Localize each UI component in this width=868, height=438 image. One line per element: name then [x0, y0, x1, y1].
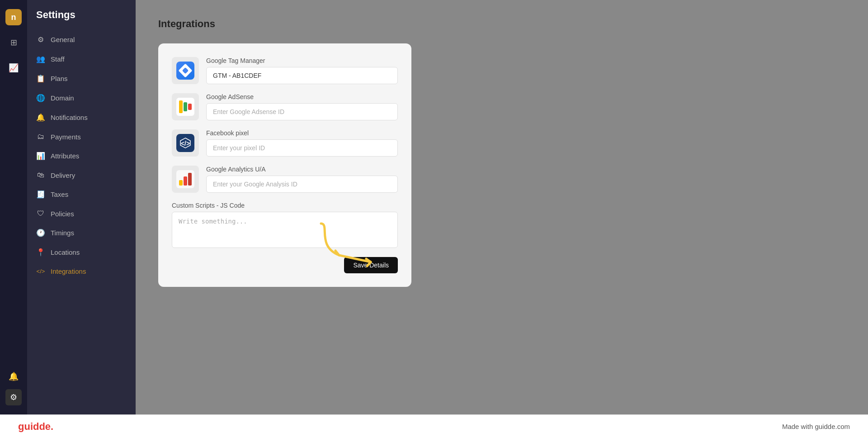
payments-icon: 🗂 — [36, 133, 45, 141]
adsense-row: Google AdSense — [172, 93, 398, 120]
ga-label: Google Analytics U/A — [206, 166, 398, 173]
sidebar-label-policies: Policies — [51, 210, 74, 218]
notifications-icon: 🔔 — [36, 113, 45, 122]
adsense-logo — [172, 93, 199, 120]
sidebar-label-locations: Locations — [51, 248, 80, 256]
sidebar-label-plans: Plans — [51, 75, 68, 82]
sidebar-label-taxes: Taxes — [51, 190, 68, 198]
locations-icon: 📍 — [36, 248, 45, 257]
policies-icon: 🛡 — [36, 209, 45, 218]
integrations-icon: </> — [36, 268, 45, 275]
delivery-icon: 🛍 — [36, 171, 45, 179]
fbpixel-input[interactable] — [206, 139, 398, 157]
gtm-row: Google Tag Manager — [172, 57, 398, 84]
gtm-input[interactable] — [206, 67, 398, 84]
attributes-icon: 📊 — [36, 152, 45, 160]
custom-scripts-section: Custom Scripts - JS Code — [172, 202, 398, 250]
sidebar-item-delivery[interactable]: 🛍 Delivery — [27, 166, 136, 185]
sidebar: Settings ⚙ General 👥 Staff 📋 Plans 🌐 Dom… — [27, 0, 136, 414]
ga-right: Google Analytics U/A — [206, 166, 398, 193]
taxes-icon: 🧾 — [36, 190, 45, 199]
footer-credit: Made with guidde.com — [782, 423, 850, 430]
icon-bar: n ⊞ 📈 🔔 ⚙ — [0, 0, 27, 414]
fbpixel-row: </> Facebook pixel — [172, 129, 398, 157]
gtm-right: Google Tag Manager — [206, 57, 398, 84]
sidebar-item-policies[interactable]: 🛡 Policies — [27, 204, 136, 223]
sidebar-label-delivery: Delivery — [51, 171, 75, 179]
svg-rect-2 — [179, 180, 183, 186]
general-icon: ⚙ — [36, 35, 45, 44]
sidebar-item-domain[interactable]: 🌐 Domain — [27, 88, 136, 108]
sidebar-item-attributes[interactable]: 📊 Attributes — [27, 146, 136, 166]
fbpixel-right: Facebook pixel — [206, 129, 398, 157]
app-logo: n — [5, 9, 22, 25]
sidebar-label-attributes: Attributes — [51, 152, 79, 160]
ga-row: Google Analytics U/A — [172, 166, 398, 193]
sidebar-label-payments: Payments — [51, 133, 81, 141]
timings-icon: 🕐 — [36, 229, 45, 237]
settings-icon[interactable]: ⚙ — [5, 389, 22, 405]
footer: guidde. Made with guidde.com — [0, 414, 868, 438]
main-content: Integrations Google Tag Manager — [136, 0, 868, 414]
page-title: Integrations — [158, 18, 845, 30]
plans-icon: 📋 — [36, 74, 45, 83]
save-row: Save Details — [172, 257, 398, 273]
adsense-label: Google AdSense — [206, 93, 398, 100]
custom-scripts-label: Custom Scripts - JS Code — [172, 202, 398, 209]
footer-logo: guidde. — [18, 421, 53, 433]
gtm-label: Google Tag Manager — [206, 57, 398, 64]
adsense-right: Google AdSense — [206, 93, 398, 120]
sidebar-label-domain: Domain — [51, 94, 74, 102]
integrations-card: Google Tag Manager Google AdSense — [158, 43, 411, 287]
domain-icon: 🌐 — [36, 94, 45, 102]
dashboard-icon[interactable]: ⊞ — [5, 34, 22, 51]
adsense-input[interactable] — [206, 103, 398, 120]
gtm-logo — [172, 57, 199, 84]
sidebar-title: Settings — [27, 9, 136, 30]
custom-scripts-input[interactable] — [172, 212, 398, 248]
sidebar-label-staff: Staff — [51, 55, 65, 63]
svg-rect-3 — [184, 176, 187, 186]
sidebar-item-staff[interactable]: 👥 Staff — [27, 49, 136, 69]
sidebar-label-integrations: Integrations — [51, 267, 86, 275]
sidebar-item-general[interactable]: ⚙ General — [27, 30, 136, 49]
sidebar-item-notifications[interactable]: 🔔 Notifications — [27, 108, 136, 127]
fbpixel-label: Facebook pixel — [206, 129, 398, 137]
ga-logo — [172, 166, 199, 193]
chart-icon[interactable]: 📈 — [5, 60, 22, 76]
sidebar-item-timings[interactable]: 🕐 Timings — [27, 223, 136, 243]
sidebar-label-general: General — [51, 36, 75, 43]
svg-text:</>: </> — [181, 140, 190, 147]
sidebar-item-locations[interactable]: 📍 Locations — [27, 243, 136, 262]
sidebar-label-notifications: Notifications — [51, 114, 88, 121]
sidebar-item-payments[interactable]: 🗂 Payments — [27, 127, 136, 146]
svg-rect-4 — [188, 173, 192, 186]
save-button[interactable]: Save Details — [344, 257, 398, 273]
sidebar-item-integrations[interactable]: </> Integrations — [27, 262, 136, 281]
staff-icon: 👥 — [36, 55, 45, 63]
bell-icon[interactable]: 🔔 — [5, 368, 22, 385]
sidebar-label-timings: Timings — [51, 229, 74, 237]
fbpixel-logo: </> — [172, 129, 199, 157]
ga-input[interactable] — [206, 176, 398, 193]
sidebar-item-taxes[interactable]: 🧾 Taxes — [27, 185, 136, 204]
sidebar-item-plans[interactable]: 📋 Plans — [27, 69, 136, 88]
